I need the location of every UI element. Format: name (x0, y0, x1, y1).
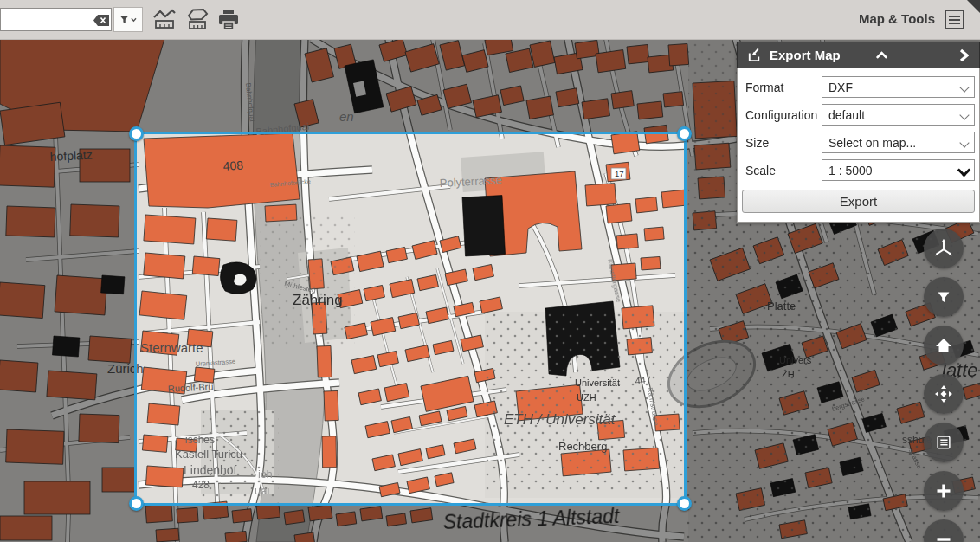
configuration-select[interactable]: default (822, 104, 975, 126)
map-label: Univers (779, 355, 812, 365)
selection-handle-bottom-left[interactable] (129, 496, 144, 511)
selection-handle-top-right[interactable] (677, 126, 692, 141)
funnel-icon (119, 14, 129, 26)
menu-button[interactable] (945, 10, 964, 29)
panel-title: Export Map (770, 48, 841, 62)
gis-application: 17 hofplatz408BahnhofquaiBahnhofbrückeBa… (0, 0, 980, 542)
pan-button[interactable] (924, 374, 964, 414)
panel-collapse-button[interactable] (874, 49, 890, 61)
export-selection-rectangle[interactable] (134, 132, 687, 506)
export-icon (746, 47, 763, 63)
map-label: ZH (782, 369, 795, 379)
scale-row: Scale 1 : 5000 (742, 159, 975, 181)
minus-icon (933, 529, 954, 542)
scale-select[interactable]: 1 : 5000 (822, 159, 975, 181)
configuration-label: Configuration (742, 108, 822, 122)
map-label: Platte (767, 300, 796, 313)
chevron-down-icon (131, 17, 137, 23)
export-button[interactable]: Export (742, 190, 975, 213)
axes-3d-button[interactable] (924, 229, 964, 268)
printer-icon (216, 9, 241, 31)
measure-area-button[interactable] (184, 6, 211, 33)
backspace-icon (93, 15, 109, 26)
size-select[interactable]: Select on map... (822, 132, 975, 153)
home-button[interactable] (924, 326, 964, 365)
map-label: hofplatz (49, 147, 93, 164)
hamburger-icon (949, 16, 960, 17)
filter-map-button[interactable] (924, 277, 964, 317)
selection-handle-bottom-right[interactable] (677, 496, 692, 511)
size-row: Size Select on map... (742, 132, 975, 153)
export-panel-body: Format DXF Configuration default Size Se… (737, 68, 980, 223)
zoom-in-button[interactable] (924, 471, 964, 511)
move-arrows-icon (933, 384, 954, 404)
list-icon (934, 433, 953, 452)
measure-distance-icon (152, 9, 177, 31)
filter-button[interactable] (113, 7, 143, 32)
panel-side-arrow-button[interactable] (957, 47, 970, 64)
corner-decoration (967, 0, 980, 13)
chevron-up-icon (875, 51, 888, 60)
export-map-panel: Export Map Format DXF Configuration (737, 42, 980, 223)
funnel-icon (934, 287, 953, 306)
plus-icon (933, 481, 954, 501)
format-select[interactable]: DXF (822, 76, 975, 98)
3d-axes-icon (932, 237, 955, 260)
measure-area-icon (185, 8, 210, 32)
map-label: en (339, 109, 354, 124)
measure-distance-button[interactable] (151, 6, 178, 33)
map-tools-label: Map & Tools (859, 11, 935, 26)
clear-search-button[interactable] (93, 14, 109, 25)
format-label: Format (742, 81, 822, 94)
configuration-row: Configuration default (742, 104, 975, 126)
chevron-right-icon (959, 48, 969, 62)
scale-label: Scale (742, 164, 822, 177)
size-label: Size (742, 136, 822, 150)
print-button[interactable] (215, 6, 242, 33)
selection-handle-top-left[interactable] (129, 126, 144, 141)
export-panel-header: Export Map (737, 42, 980, 68)
home-icon (933, 335, 954, 356)
format-row: Format DXF (742, 76, 975, 98)
top-toolbar: Map & Tools (0, 0, 980, 40)
legend-button[interactable] (924, 423, 964, 462)
